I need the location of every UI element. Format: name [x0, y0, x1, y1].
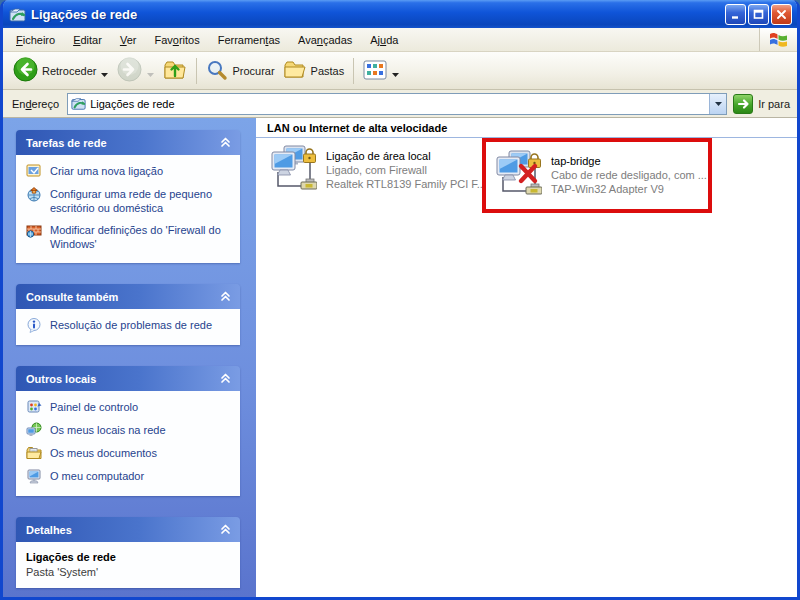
connections-list: LAN ou Internet de alta velocidade — [256, 118, 797, 597]
sidebar-item-firewall-settings[interactable]: Modificar definições do 'Firewall do Win… — [26, 223, 234, 251]
address-value: Ligações de rede — [90, 98, 709, 110]
new-connection-icon — [26, 163, 42, 179]
back-circle-icon — [13, 57, 38, 84]
go-button[interactable]: Ir para — [733, 94, 793, 114]
address-label: Endereço — [12, 98, 59, 110]
address-input[interactable]: Ligações de rede — [67, 93, 727, 115]
menu-advanced[interactable]: Avançadas — [289, 31, 361, 49]
connection-device: TAP-Win32 Adapter V9 — [551, 182, 707, 196]
content-area: Tarefas de rede Criar uma nova ligação — [3, 118, 797, 597]
connection-status: Cabo de rede desligado, com ... — [551, 168, 707, 182]
lan-disconnected-icon — [494, 150, 542, 202]
lan-connected-icon — [269, 145, 317, 197]
folders-label: Pastas — [311, 65, 345, 77]
toolbar: Retroceder — [3, 52, 797, 90]
panel-other-places: Outros locais Painel de controlo — [16, 366, 240, 496]
views-dropdown-icon[interactable] — [391, 68, 400, 74]
computer-icon — [26, 468, 42, 484]
forward-circle-icon — [117, 57, 142, 84]
sidebar-item-control-panel[interactable]: Painel de controlo — [26, 400, 234, 415]
windows-logo-icon — [759, 28, 797, 51]
toolbar-separator — [196, 58, 197, 84]
back-button[interactable]: Retroceder — [9, 55, 113, 86]
home-network-icon — [26, 186, 42, 202]
menu-edit[interactable]: Editar — [64, 31, 111, 49]
maximize-button[interactable] — [748, 4, 769, 25]
panel-network-tasks: Tarefas de rede Criar uma nova ligação — [16, 130, 240, 263]
info-icon — [26, 317, 42, 333]
section-header-lan: LAN ou Internet de alta velocidade — [256, 120, 797, 138]
panel-header-details[interactable]: Detalhes — [16, 517, 240, 542]
sidebar-item-setup-home-network[interactable]: Configurar uma rede de pequeno escritóri… — [26, 187, 234, 215]
panel-details: Detalhes Ligações de rede Pasta 'System' — [16, 517, 240, 588]
window-title: Ligações de rede — [31, 7, 725, 22]
network-places-icon — [26, 422, 42, 438]
search-button[interactable]: Procurar — [202, 57, 278, 85]
search-label: Procurar — [232, 65, 274, 77]
menu-help[interactable]: Ajuda — [361, 31, 407, 49]
collapse-chevron-icon — [219, 523, 232, 537]
connection-item-lan[interactable]: Ligação de área local Ligado, com Firewa… — [269, 145, 486, 197]
go-arrow-icon — [733, 94, 753, 114]
panel-header-other-places[interactable]: Outros locais — [16, 366, 240, 391]
network-folder-icon — [9, 6, 26, 23]
sidebar-item-network-places[interactable]: Os meus locais na rede — [26, 423, 234, 438]
network-connections-window: Ligações de rede Ficheiro Editar Ver Fav… — [0, 0, 800, 600]
collapse-chevron-icon — [219, 136, 232, 150]
firewall-icon — [26, 222, 42, 238]
connection-name: Ligação de área local — [326, 150, 486, 162]
close-button[interactable] — [771, 4, 792, 25]
search-magnifier-icon — [206, 59, 228, 83]
toolbar-separator — [353, 58, 354, 84]
go-label: Ir para — [758, 98, 790, 110]
menubar: Ficheiro Editar Ver Favoritos Ferramenta… — [3, 28, 797, 52]
sidebar-item-troubleshoot[interactable]: Resolução de problemas de rede — [26, 318, 234, 333]
panel-see-also: Consulte também Resolução de problemas d… — [16, 284, 240, 345]
collapse-chevron-icon — [219, 372, 232, 386]
menu-file[interactable]: Ficheiro — [7, 31, 64, 49]
panel-header-see-also[interactable]: Consulte também — [16, 284, 240, 309]
documents-icon — [26, 445, 42, 461]
views-grid-icon — [363, 60, 387, 82]
folders-button[interactable]: Pastas — [279, 57, 349, 85]
sidebar: Tarefas de rede Criar uma nova ligação — [3, 118, 256, 597]
sidebar-item-my-computer[interactable]: O meu computador — [26, 469, 234, 484]
panel-header-network-tasks[interactable]: Tarefas de rede — [16, 130, 240, 155]
sidebar-item-my-documents[interactable]: Os meus documentos — [26, 446, 234, 461]
up-folder-icon — [163, 58, 187, 84]
red-highlight-box: tap-bridge Cabo de rede desligado, com .… — [482, 138, 712, 213]
views-button[interactable] — [359, 58, 404, 84]
connection-name: tap-bridge — [551, 155, 707, 167]
addressbar: Endereço Ligações de rede Ir para — [3, 90, 797, 118]
connection-status: Ligado, com Firewall — [326, 163, 486, 177]
titlebar[interactable]: Ligações de rede — [3, 0, 797, 28]
details-folder-name: Ligações de rede — [26, 551, 234, 563]
forward-dropdown-icon — [146, 68, 155, 74]
connection-device: Realtek RTL8139 Family PCI F... — [326, 177, 486, 191]
menu-view[interactable]: Ver — [111, 31, 146, 49]
menu-tools[interactable]: Ferramentas — [209, 31, 289, 49]
control-panel-icon — [26, 399, 42, 415]
address-dropdown-button[interactable] — [709, 94, 726, 114]
back-label: Retroceder — [42, 65, 96, 77]
forward-button[interactable] — [113, 55, 159, 86]
sidebar-item-create-connection[interactable]: Criar uma nova ligação — [26, 164, 234, 179]
up-button[interactable] — [159, 56, 191, 86]
details-folder-type: Pasta 'System' — [26, 566, 234, 578]
collapse-chevron-icon — [219, 290, 232, 304]
menu-favorites[interactable]: Favoritos — [145, 31, 208, 49]
connection-item-tap-bridge[interactable]: tap-bridge Cabo de rede desligado, com .… — [494, 150, 708, 202]
folders-icon — [283, 59, 307, 83]
minimize-button[interactable] — [725, 4, 746, 25]
back-dropdown-icon[interactable] — [100, 68, 109, 74]
network-folder-icon — [71, 96, 86, 111]
